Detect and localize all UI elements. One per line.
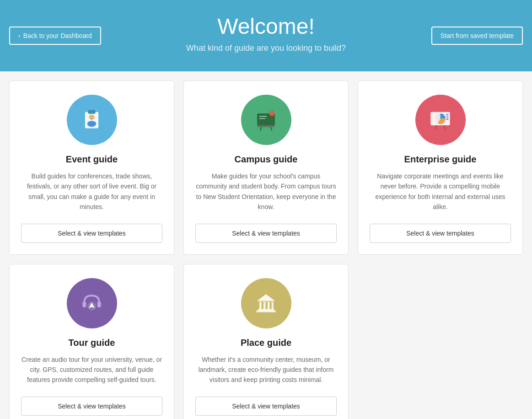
place-guide-select-button[interactable]: Select & view templates — [195, 397, 337, 416]
campus-guide-description: Make guides for your school's campus com… — [195, 171, 337, 212]
enterprise-guide-select-button[interactable]: Select & view templates — [370, 224, 511, 243]
page-subtitle: What kind of guide are you looking to bu… — [9, 43, 523, 53]
event-guide-description: Build guides for conferences, trade show… — [21, 171, 162, 212]
tour-guide-title: Tour guide — [69, 338, 115, 348]
svg-rect-30 — [256, 311, 275, 312]
svg-rect-22 — [446, 118, 449, 119]
place-guide-card: Place guide Whether it's a community cen… — [183, 264, 349, 419]
svg-point-3 — [89, 114, 95, 120]
empty-grid-cell — [358, 264, 523, 419]
svg-point-11 — [269, 111, 274, 116]
svg-rect-12 — [257, 125, 275, 127]
card-grid-top: Event guide Build guides for conferences… — [0, 71, 532, 264]
card-grid-bottom: Tour guide Create an audio tour for your… — [0, 264, 532, 419]
tour-guide-select-button[interactable]: Select & view templates — [21, 397, 162, 416]
back-to-dashboard-button[interactable]: ‹ Back to your Dashboard — [9, 27, 101, 45]
start-from-saved-template-button[interactable]: Start from saved template — [431, 27, 523, 45]
enterprise-guide-card: Enterprise guide Navigate corporate meet… — [358, 81, 523, 255]
place-guide-title: Place guide — [241, 338, 291, 348]
tour-guide-card: Tour guide Create an audio tour for your… — [9, 264, 174, 419]
enterprise-guide-icon — [415, 95, 466, 145]
svg-rect-24 — [82, 301, 86, 307]
tour-guide-description: Create an audio tour for your university… — [21, 355, 162, 385]
event-guide-icon — [67, 95, 117, 145]
campus-guide-card: Campus guide Make guides for your school… — [183, 81, 349, 255]
event-guide-select-button[interactable]: Select & view templates — [21, 224, 162, 243]
enterprise-guide-title: Enterprise guide — [404, 154, 477, 165]
place-guide-description: Whether it's a community center, museum,… — [195, 355, 337, 385]
svg-point-4 — [87, 121, 97, 127]
campus-guide-icon — [241, 95, 291, 145]
chevron-left-icon: ‹ — [18, 32, 21, 39]
svg-point-28 — [251, 288, 281, 318]
svg-rect-20 — [446, 114, 449, 115]
campus-guide-title: Campus guide — [235, 154, 298, 165]
svg-rect-21 — [446, 116, 449, 117]
svg-point-5 — [90, 116, 91, 117]
svg-rect-36 — [258, 301, 274, 302]
enterprise-guide-description: Navigate corporate meetings and events l… — [370, 171, 511, 212]
svg-point-6 — [92, 116, 93, 117]
header: ‹ Back to your Dashboard Welcome! What k… — [0, 0, 532, 71]
campus-guide-select-button[interactable]: Select & view templates — [195, 224, 337, 243]
tour-guide-icon — [67, 278, 117, 328]
svg-rect-25 — [97, 301, 101, 307]
event-guide-card: Event guide Build guides for conferences… — [9, 81, 174, 255]
event-guide-title: Event guide — [66, 154, 118, 165]
svg-rect-2 — [88, 110, 95, 113]
place-guide-icon — [241, 278, 291, 328]
